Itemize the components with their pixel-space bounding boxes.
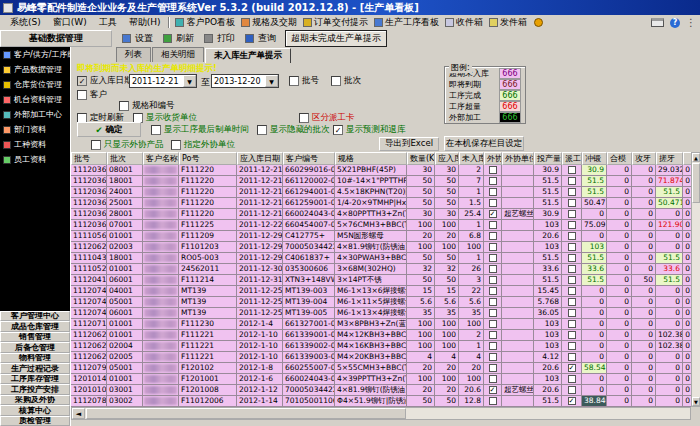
checkbox-unchecked[interactable]	[489, 298, 497, 306]
checkbox-unchecked[interactable]	[568, 221, 576, 229]
tab-2[interactable]: 相关明细	[152, 47, 204, 62]
checkbox-unchecked[interactable]	[568, 342, 576, 350]
overdue-unfinished-orders-button[interactable]: 超期未完成生产单提示	[285, 30, 387, 47]
checkbox-unchecked[interactable]	[489, 265, 497, 273]
scroll-left-icon[interactable]: ◄	[72, 408, 85, 419]
show-forecast-checkbox[interactable]	[333, 125, 343, 135]
checkbox-unchecked[interactable]	[489, 188, 497, 196]
table-row[interactable]: 1112036018001F1112202011-12-21661120002-…	[71, 176, 691, 187]
table-row[interactable]: 1112074004001MT1392011-12-25MT139-003M6-…	[71, 286, 691, 297]
toolbar-link[interactable]: 收件箱	[445, 16, 483, 29]
scroll-down-icon[interactable]: ▼	[692, 397, 700, 406]
horizontal-scrollbar-thumb[interactable]	[86, 408, 406, 419]
sidebar-item[interactable]: 员工资料	[0, 152, 70, 167]
sidebar-section-button[interactable]: 销售管理	[0, 332, 70, 343]
table-row[interactable]: 1112079205001F1201022012-1-8660255007-01…	[71, 363, 691, 374]
sidebar-section-button[interactable]: 质检管理	[0, 416, 70, 426]
checkbox-unchecked[interactable]	[489, 254, 497, 262]
show-last-time-checkbox[interactable]	[151, 125, 161, 135]
checkbox-unchecked[interactable]	[568, 265, 576, 273]
tab-1[interactable]: 列表	[116, 47, 151, 62]
table-row[interactable]: 1112036707001F1112252011-12-22660454007-…	[71, 220, 691, 231]
sidebar-item[interactable]: 仓库货位管理	[0, 77, 70, 92]
table-row[interactable]: 1111056001001F1112092011-12-29C412775+M5…	[71, 231, 691, 242]
chevron-down-icon[interactable]: ▼	[183, 75, 196, 87]
ok-button[interactable]: ✔ 确定	[77, 122, 141, 137]
bell-icon[interactable]	[534, 18, 543, 27]
column-header[interactable]: 数量(K)	[407, 152, 435, 165]
due-date-checkbox[interactable]	[77, 76, 87, 86]
menu-item[interactable]: 系统(S)	[4, 15, 47, 30]
table-row[interactable]: 1112036025001F1112202011-12-21661259001-…	[71, 198, 691, 209]
sidebar-item[interactable]: 外部加工中心	[0, 107, 70, 122]
checkbox-unchecked[interactable]	[568, 386, 576, 394]
table-row[interactable]: 1112071601001F1112302012-1-4661327001-01…	[71, 319, 691, 330]
checkbox-unchecked[interactable]	[568, 298, 576, 306]
table-row[interactable]: 1112062602003F11012032011-12-29700050344…	[71, 242, 691, 253]
batch-no-checkbox[interactable]	[289, 76, 299, 86]
checkbox-unchecked[interactable]	[489, 364, 497, 372]
checkbox-unchecked[interactable]	[489, 166, 497, 174]
customer-checkbox[interactable]	[77, 90, 87, 100]
vertical-scrollbar[interactable]: ▲ ▼	[691, 152, 700, 407]
vertical-scrollbar-thumb[interactable]	[692, 163, 700, 203]
column-header[interactable]: 搓牙	[656, 152, 683, 165]
column-header[interactable]: 合模	[607, 152, 632, 165]
sidebar-header-basic-data[interactable]: 基础数据管理	[0, 30, 112, 47]
chevron-down-icon[interactable]: ▼	[265, 75, 278, 87]
table-row[interactable]: 1112062201001F1112212012-1-10661339001-0…	[71, 330, 691, 341]
checkbox-unchecked[interactable]	[568, 331, 576, 339]
sidebar-section-button[interactable]: 后备仓管理	[0, 342, 70, 353]
column-header[interactable]: 攻牙	[632, 152, 656, 165]
sidebar-item[interactable]: 工种资料	[0, 137, 70, 152]
toolbar-button[interactable]: 设置	[118, 31, 157, 46]
table-row[interactable]: 1112074005001MT1392011-12-25MT139-004M6-…	[71, 297, 691, 308]
checkbox-checked[interactable]: ✓	[489, 386, 497, 394]
sidebar-item[interactable]: 产品数据管理	[0, 62, 70, 77]
checkbox-unchecked[interactable]	[489, 375, 497, 383]
checkbox-unchecked[interactable]	[568, 375, 576, 383]
table-row[interactable]: 1112078203002F110120062012-1-14701050011…	[71, 396, 691, 407]
checkbox-unchecked[interactable]	[489, 287, 497, 295]
column-header[interactable]: 外协	[484, 152, 502, 165]
sidebar-section-button[interactable]: 客户管理中心	[0, 311, 70, 322]
table-row[interactable]: 1112062202005F1112212012-1-10661339003-0…	[71, 352, 691, 363]
checkbox-unchecked[interactable]	[568, 243, 576, 251]
date-from-combo[interactable]: 2011-12-21 ▼	[129, 74, 197, 88]
column-header[interactable]: 客户编号	[283, 152, 335, 165]
table-row[interactable]: 1111052601001245620112011-12-30035300606…	[71, 264, 691, 275]
column-header[interactable]: 外协单位	[502, 152, 534, 165]
checkbox-unchecked[interactable]	[568, 210, 576, 218]
checkbox-unchecked[interactable]	[568, 309, 576, 317]
column-header[interactable]: 未入库	[459, 152, 484, 165]
checkbox-unchecked[interactable]	[489, 342, 497, 350]
checkbox-checked[interactable]: ✓	[568, 397, 576, 405]
export-excel-button[interactable]: 导出到Excel	[379, 137, 439, 151]
checkbox-unchecked[interactable]	[568, 254, 576, 262]
horizontal-scrollbar[interactable]: ◄	[71, 407, 691, 420]
menu-item[interactable]: 窗口(W)	[47, 15, 93, 30]
assign-external-checkbox[interactable]	[171, 140, 181, 150]
column-header[interactable]: 冲锻	[582, 152, 607, 165]
checkbox-unchecked[interactable]	[568, 353, 576, 361]
column-header[interactable]: 投产量	[534, 152, 562, 165]
spec-no-checkbox[interactable]	[119, 101, 129, 111]
more-options-icon[interactable]: ⋮	[686, 17, 696, 28]
checkbox-unchecked[interactable]	[489, 232, 497, 240]
checkbox-unchecked[interactable]	[489, 309, 497, 317]
checkbox-unchecked[interactable]	[489, 331, 497, 339]
sidebar-section-button[interactable]: 物料管理	[0, 353, 70, 364]
only-external-checkbox[interactable]	[91, 140, 101, 150]
checkbox-unchecked[interactable]	[568, 276, 576, 284]
batch-checkbox[interactable]	[331, 76, 341, 86]
checkbox-checked[interactable]: ✓	[489, 210, 497, 218]
table-row[interactable]: 1111043418001RO05-0032011-12-29C4061837+…	[71, 253, 691, 264]
checkbox-unchecked[interactable]	[489, 320, 497, 328]
menu-item[interactable]: 工具	[93, 15, 123, 30]
column-header[interactable]	[683, 152, 691, 165]
sidebar-section-button[interactable]: 生产过程记录	[0, 363, 70, 374]
help-icon[interactable]: ?	[670, 18, 680, 28]
date-to-combo[interactable]: 2013-12-20 ▼	[211, 74, 279, 88]
column-header[interactable]: 批次	[107, 152, 143, 165]
toolbar-button[interactable]: 打印	[200, 31, 239, 46]
